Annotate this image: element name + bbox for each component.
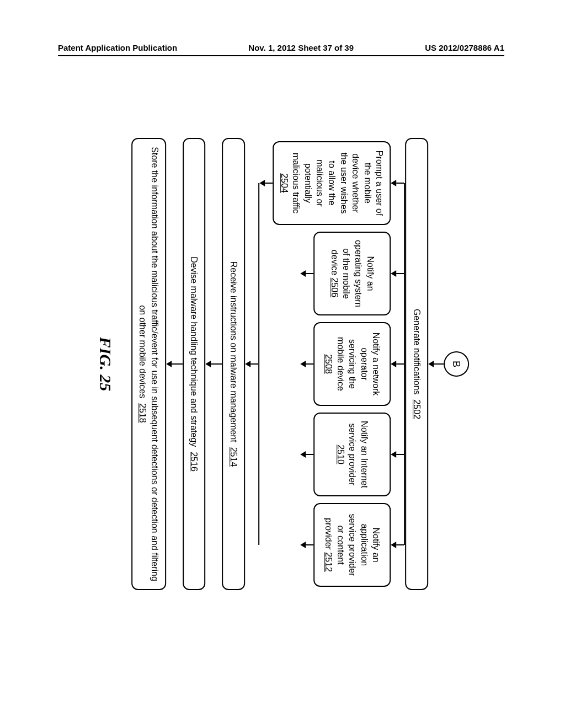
branch-column: Prompt a user of the mobile device wheth… xyxy=(259,138,404,228)
branch-column: Notify an operating system of the mobile… xyxy=(259,228,404,319)
arrow-icon xyxy=(391,361,404,367)
arrow-icon xyxy=(301,361,314,367)
split-bar-top xyxy=(404,138,406,590)
arrow-icon xyxy=(259,180,273,186)
arrow-icon xyxy=(166,361,183,367)
connector-b: B xyxy=(444,351,469,377)
branch-box: Notify an Internet service provider 2510 xyxy=(314,413,391,496)
branch-box: Notify an operating system of the mobile… xyxy=(314,232,391,315)
arrow-icon xyxy=(301,451,314,458)
box-ref: 2514 xyxy=(229,447,238,467)
arrow-icon xyxy=(206,361,222,367)
arrow-icon xyxy=(391,270,404,277)
box-ref: 2504 xyxy=(280,173,289,193)
box-ref: 2518 xyxy=(138,403,147,423)
branch-box: Notify an application service provider o… xyxy=(314,503,391,587)
branch-box: Prompt a user of the mobile device wheth… xyxy=(273,141,391,225)
box-ref: 2506 xyxy=(330,278,339,298)
box-ref: 2512 xyxy=(324,552,333,572)
box-text: Generate notifications xyxy=(412,309,422,395)
connector-label: B xyxy=(451,361,462,367)
box-generate-notifications: Generate notifications 2502 xyxy=(406,138,429,590)
arrow-icon xyxy=(245,361,258,367)
branch-column: Notify an application service provider o… xyxy=(259,500,404,590)
arrow-icon xyxy=(428,361,444,367)
header-right: US 2012/0278886 A1 xyxy=(425,43,504,52)
arrow-icon xyxy=(391,542,404,548)
box-text: Devise malware handling technique and st… xyxy=(190,256,199,447)
box-text: Notify a network operator servicing the … xyxy=(336,333,381,396)
arrow-icon xyxy=(301,270,314,277)
branch-box: Notify a network operator servicing the … xyxy=(314,322,391,406)
box-text: Receive instructions on malware manageme… xyxy=(229,261,238,442)
branch-column: Notify a network operator servicing the … xyxy=(259,319,404,409)
header-center: Nov. 1, 2012 Sheet 37 of 39 xyxy=(248,43,354,52)
box-ref: 2502 xyxy=(412,399,422,419)
branch-column: Notify an Internet service provider 2510 xyxy=(259,409,404,500)
arrow-icon xyxy=(391,180,404,186)
box-ref: 2510 xyxy=(336,445,345,464)
split-bar-bottom xyxy=(258,138,259,590)
header-left: Patent Application Publication xyxy=(58,43,177,52)
box-text: Store the information about the maliciou… xyxy=(138,147,159,581)
figure-caption: FIG. 25 xyxy=(96,337,115,391)
branch-row: Prompt a user of the mobile device wheth… xyxy=(259,138,404,590)
box-ref: 2508 xyxy=(324,354,333,374)
arrow-icon xyxy=(391,451,404,458)
arrow-icon xyxy=(301,542,314,548)
flowchart: B Generate notifications 2502 Prompt a u… xyxy=(96,121,469,607)
box-ref: 2516 xyxy=(190,452,199,472)
box-receive-instructions: Receive instructions on malware manageme… xyxy=(222,138,246,590)
page-header: Patent Application Publication Nov. 1, 2… xyxy=(0,43,565,52)
box-store-info: Store the information about the maliciou… xyxy=(131,138,166,590)
box-text: Notify an Internet service provider xyxy=(348,421,369,488)
box-devise-strategy: Devise malware handling technique and st… xyxy=(183,138,206,590)
box-text: Prompt a user of the mobile device wheth… xyxy=(291,151,384,216)
header-divider xyxy=(58,55,504,56)
